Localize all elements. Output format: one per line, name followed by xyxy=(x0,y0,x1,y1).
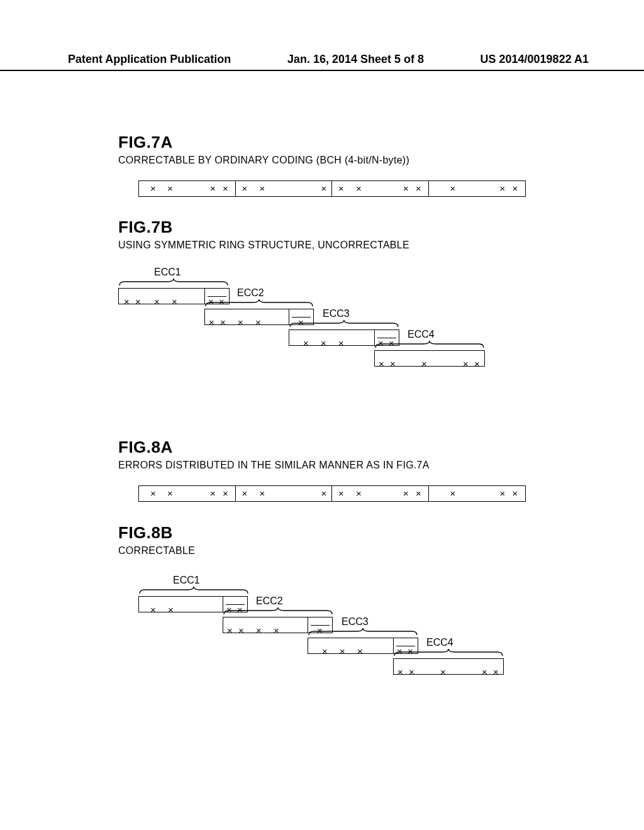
error-mark: × xyxy=(389,338,394,348)
error-mark: × xyxy=(260,488,265,499)
fig-8a-row: × × × × × × × × × × × × × × xyxy=(138,485,526,502)
ecc1-data-box: × × xyxy=(138,596,223,612)
ecc3-data-box: × × × xyxy=(289,329,375,346)
cell: × × × xyxy=(429,486,526,501)
ecc2-data-box: × × × × xyxy=(223,617,308,633)
error-mark: × xyxy=(463,358,469,369)
ecc1-data-box: × × × × xyxy=(118,288,205,304)
fig-8b-block: FIG.8B CORRECTABLE xyxy=(118,523,195,556)
error-mark: × xyxy=(317,625,323,636)
strike-line xyxy=(292,317,311,318)
ecc3-overlap-box: × × xyxy=(374,329,399,346)
ecc4-label: ECC4 xyxy=(408,329,435,340)
fig-8a-subtitle: ERRORS DISTRIBUTED IN THE SIMILAR MANNER… xyxy=(118,460,430,471)
fig-8b-subtitle: CORRECTABLE xyxy=(118,545,195,556)
error-mark: × xyxy=(223,488,228,499)
error-mark: × xyxy=(416,183,421,194)
cell: × × × × xyxy=(139,486,236,501)
error-mark: × xyxy=(450,183,456,194)
ecc3-label: ECC3 xyxy=(323,308,350,319)
header-left: Patent Application Publication xyxy=(68,53,231,66)
page-header: Patent Application Publication Jan. 16, … xyxy=(0,53,644,71)
error-mark: × xyxy=(440,667,446,677)
error-mark: × xyxy=(256,625,262,636)
ecc3-overlap-box: × × xyxy=(393,638,418,654)
strike-line xyxy=(377,338,396,338)
error-mark: × xyxy=(168,604,174,615)
error-mark: × xyxy=(242,488,248,499)
error-mark: × xyxy=(238,317,243,328)
fig-7b-subtitle: USING SYMMETRIC RING STRUCTURE, UNCORREC… xyxy=(118,240,409,251)
error-mark: × xyxy=(378,338,384,348)
error-mark: × xyxy=(338,183,344,194)
error-mark: × xyxy=(219,296,225,307)
ecc2-label: ECC2 xyxy=(256,595,283,607)
fig-7a-subtitle: CORRECTABLE BY ORDINARY CODING (BCH (4-b… xyxy=(118,155,409,166)
ecc1-label: ECC1 xyxy=(154,267,181,278)
error-mark: × xyxy=(390,358,396,369)
error-mark: × xyxy=(150,183,156,194)
error-mark: × xyxy=(474,358,480,369)
error-mark: × xyxy=(403,183,409,194)
fig-8a-block: FIG.8A ERRORS DISTRIBUTED IN THE SIMILAR… xyxy=(118,438,430,471)
error-mark: × xyxy=(403,488,409,499)
error-mark: × xyxy=(167,183,173,194)
fig-7a-row: × × × × × × × × × × × × × × xyxy=(138,180,526,197)
error-mark: × xyxy=(223,183,228,194)
error-mark: × xyxy=(303,338,309,348)
error-mark: × xyxy=(255,317,261,328)
ecc3-data-box: × × × xyxy=(308,638,394,654)
strike-line xyxy=(208,296,226,297)
error-mark: × xyxy=(321,338,326,348)
ecc2-data-box: × × × × xyxy=(204,309,289,325)
cell: × × × xyxy=(236,486,333,501)
brace-icon xyxy=(118,279,229,286)
error-mark: × xyxy=(150,604,156,615)
ecc3-label: ECC3 xyxy=(341,616,369,628)
ecc2-overlap-box: × xyxy=(308,617,333,633)
ecc2-overlap-box: × xyxy=(289,309,314,325)
error-mark: × xyxy=(242,183,248,194)
error-mark: × xyxy=(260,183,265,194)
error-mark: × xyxy=(227,625,233,636)
cell: × × × xyxy=(429,181,526,196)
fig-7b-block: FIG.7B USING SYMMETRIC RING STRUCTURE, U… xyxy=(118,218,409,251)
error-mark: × xyxy=(338,488,344,499)
error-mark: × xyxy=(210,488,216,499)
fig-7a-title: FIG.7A xyxy=(118,133,409,152)
fig-8b-title: FIG.8B xyxy=(118,523,195,543)
cell: × × × × xyxy=(332,181,429,196)
ecc4-data-box: × × × × × xyxy=(393,658,504,675)
error-mark: × xyxy=(298,317,304,328)
error-mark: × xyxy=(482,667,487,677)
error-mark: × xyxy=(321,183,327,194)
cell: × × × × xyxy=(139,181,236,196)
error-mark: × xyxy=(237,604,243,615)
ecc4-data-box: × × × × × xyxy=(374,350,485,367)
error-mark: × xyxy=(321,488,327,499)
fig-8a-title: FIG.8A xyxy=(118,438,430,457)
fig-7a-block: FIG.7A CORRECTABLE BY ORDINARY CODING (B… xyxy=(118,133,409,166)
error-mark: × xyxy=(493,667,499,677)
error-mark: × xyxy=(210,183,216,194)
page: Patent Application Publication Jan. 16, … xyxy=(0,0,644,830)
strike-line xyxy=(396,646,415,646)
error-mark: × xyxy=(357,646,363,656)
error-mark: × xyxy=(135,296,141,307)
error-mark: × xyxy=(421,358,427,369)
error-mark: × xyxy=(408,646,413,656)
error-mark: × xyxy=(124,296,130,307)
strike-line xyxy=(226,604,245,605)
ecc1-overlap-box: × × xyxy=(223,596,248,612)
error-mark: × xyxy=(397,667,403,677)
error-mark: × xyxy=(322,646,328,656)
error-mark: × xyxy=(338,338,344,348)
error-mark: × xyxy=(356,488,362,499)
ecc1-overlap-box: × × xyxy=(204,288,230,304)
error-mark: × xyxy=(513,488,518,499)
ecc4-label: ECC4 xyxy=(426,637,453,648)
error-mark: × xyxy=(172,296,177,307)
error-mark: × xyxy=(500,488,506,499)
error-mark: × xyxy=(416,488,421,499)
error-mark: × xyxy=(379,358,384,369)
